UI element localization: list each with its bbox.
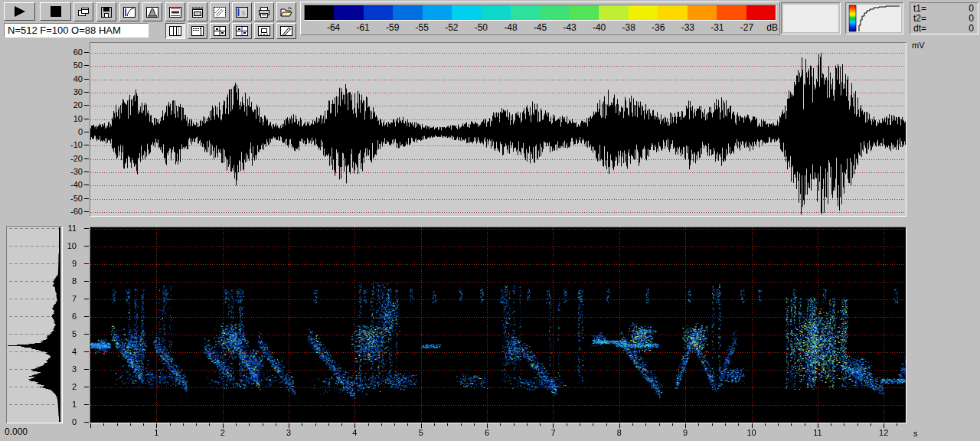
y-tick-label: 50 (74, 60, 83, 70)
layout-split-cursor-button[interactable] (232, 23, 252, 39)
colorbar-segment (423, 5, 452, 20)
colorbar-segment (305, 5, 334, 20)
colorbar-segment (570, 5, 599, 20)
colorbar-tick-label: -45 (534, 22, 547, 33)
selection-region-icon (213, 6, 227, 18)
colorbar-tick-label: -50 (475, 22, 488, 33)
y-tick-label: 4 (72, 347, 77, 356)
print-icon (257, 6, 271, 18)
colorbar-segment (658, 5, 687, 20)
y-tick-label: 6 (72, 312, 77, 321)
gain-curve-icon (848, 5, 901, 32)
capture-display-button[interactable] (165, 2, 185, 21)
colorbar-tick-label: -38 (622, 22, 635, 33)
colorbar-tick-label: -31 (710, 22, 724, 33)
layout-zoom-box-icon (257, 25, 271, 37)
stop-button[interactable] (40, 2, 71, 21)
layout-split-cursor-icon (235, 25, 249, 37)
spectrogram-y-axis: 11109876543210 (54, 227, 77, 423)
colorbar-segment (717, 5, 746, 20)
y-tick-label: 5 (72, 329, 77, 338)
settings-s-icon: s (235, 6, 249, 18)
transfer-curve-button[interactable] (119, 2, 139, 21)
x-tick-label: 2 (220, 428, 225, 437)
colorbar-segment (334, 5, 363, 20)
play-icon (13, 6, 27, 17)
svg-text:s: s (241, 8, 246, 17)
open-file-button[interactable] (276, 2, 296, 21)
spectrogram-display[interactable] (90, 227, 906, 423)
time-axis-unit-label: s (913, 429, 918, 438)
x-tick-label: 4 (352, 428, 357, 437)
y-tick-label: 30 (74, 87, 83, 96)
y-tick-label: 60 (74, 47, 83, 57)
colorbar-tick-label: -33 (681, 22, 694, 33)
layout-zoom-box-button[interactable] (254, 23, 274, 39)
crosshatch-pattern-icon (783, 5, 838, 32)
oscillogram-display[interactable] (90, 43, 906, 216)
y-tick-label: 10 (67, 241, 77, 250)
spectrogram-panel (90, 227, 906, 423)
colorbar-tick-label: -55 (416, 22, 429, 33)
dt-row: dt= 0 (913, 24, 974, 34)
colorbar-segment (688, 5, 717, 20)
time-axis-display-button[interactable] (188, 2, 207, 21)
y-tick-label: 20 (74, 100, 83, 109)
y-tick-label: 11 (68, 224, 77, 233)
selection-region-button[interactable] (210, 2, 230, 21)
layout-oscillogram-button[interactable] (165, 23, 185, 39)
x-tick-label: 8 (617, 428, 622, 437)
x-tick-label: 9 (683, 428, 688, 437)
transfer-curve-swatch (845, 2, 903, 34)
layout-split-button[interactable] (210, 23, 230, 39)
pattern-swatch (781, 2, 841, 34)
colorbar-tick-label: -64 (327, 22, 340, 33)
color-scale-bar (304, 5, 776, 21)
y-tick-label: 10 (74, 114, 83, 123)
colorbar-tick-label: -48 (504, 22, 517, 33)
x-tick-label: 3 (286, 428, 291, 437)
colorbar-segment (746, 5, 776, 20)
colorbar-segment (629, 5, 658, 20)
color-scale-unit: dB (766, 22, 778, 33)
colorbar-segment (393, 5, 422, 20)
x-tick-label: 11 (813, 428, 822, 437)
layout-split-icon (213, 25, 227, 37)
y-tick-label: -30 (70, 167, 83, 176)
copy-window-button[interactable] (74, 2, 93, 21)
time-axis-labels: 123456789101112 (90, 426, 906, 440)
layout-spectrogram-button[interactable] (188, 23, 207, 39)
y-tick-label: 0 (78, 127, 83, 136)
time-axis-display-icon (191, 6, 204, 18)
y-tick-label: 0 (72, 417, 77, 426)
y-tick-label: 40 (74, 74, 83, 83)
y-tick-label: 8 (72, 276, 77, 286)
spectrogram-y-ticks (84, 227, 90, 423)
copy-window-icon (77, 6, 90, 18)
analysis-settings-field: N=512 F=100 O=88 HAM (4, 23, 149, 38)
transfer-curve-icon (122, 6, 136, 18)
colorbar-segment (452, 5, 481, 20)
settings-s-button[interactable]: s (232, 2, 252, 21)
oscillogram-y-ticks (84, 42, 90, 217)
y-tick-label: 2 (72, 382, 77, 391)
colorbar-tick-label: -52 (445, 22, 458, 33)
edit-button[interactable] (276, 23, 296, 39)
cursor-readout-panel: t1= 0 t2= 0 dt= 0 (910, 2, 978, 34)
color-scale-panel: dB -64-61-59-55-52-50-48-45-43-40-38-36-… (300, 2, 780, 35)
colorbar-tick-label: -40 (593, 22, 606, 33)
x-tick-label: 12 (879, 428, 888, 437)
save-icon (100, 6, 113, 18)
y-tick-label: -20 (70, 154, 83, 163)
stop-icon (51, 6, 61, 17)
print-button[interactable] (254, 2, 274, 21)
spectrogram-app-window: s N=512 F=100 O=88 HAM dB -64-61-59-55-5… (0, 0, 980, 441)
save-button[interactable] (96, 2, 116, 21)
open-file-icon (279, 6, 293, 18)
window-function-icon (145, 6, 159, 18)
edit-pencil-icon (279, 25, 293, 37)
window-function-button[interactable] (142, 2, 162, 21)
y-tick-label: -60 (70, 207, 83, 216)
x-tick-label: 6 (485, 428, 489, 437)
play-button[interactable] (4, 2, 35, 21)
